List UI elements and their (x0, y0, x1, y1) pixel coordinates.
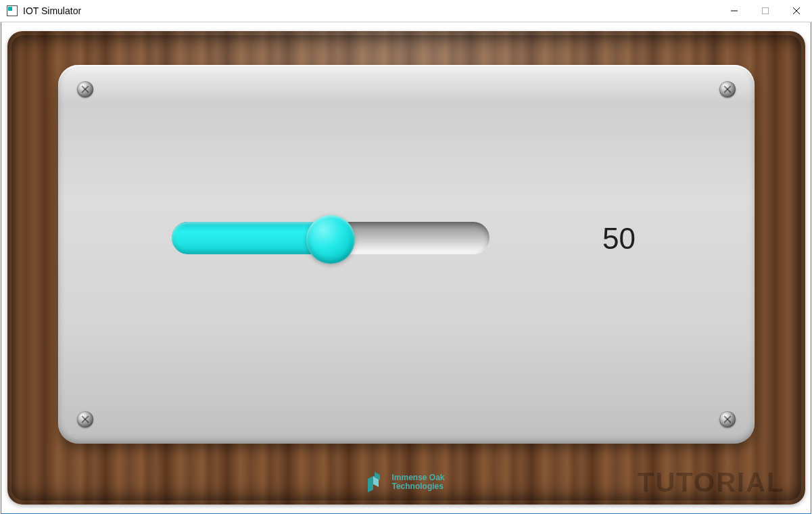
close-icon (793, 7, 800, 14)
screw-icon (77, 81, 93, 97)
client-area: 50 Immense Oak Technologies TUTORIAL (1, 22, 811, 514)
window-titlebar: IOT Simulator (0, 0, 812, 22)
wood-frame: 50 Immense Oak Technologies TUTORIAL (7, 31, 805, 505)
value-slider[interactable] (172, 216, 489, 264)
screw-icon (77, 411, 93, 427)
slider-value-display: 50 (565, 222, 673, 256)
slider-thumb[interactable] (306, 215, 355, 264)
svg-marker-4 (367, 476, 373, 492)
window-title: IOT Simulator (23, 5, 81, 16)
brand-mark-icon (367, 472, 385, 492)
screw-icon (719, 81, 736, 97)
brand-text: Immense Oak Technologies (391, 473, 444, 491)
metal-panel: 50 (58, 65, 755, 444)
tutorial-watermark: TUTORIAL (638, 467, 784, 498)
app-icon (7, 5, 18, 16)
svg-rect-0 (731, 11, 738, 11)
close-button[interactable] (781, 0, 812, 22)
minimize-button[interactable] (719, 0, 750, 22)
screw-icon (719, 411, 736, 427)
brand-line-2: Technologies (391, 482, 444, 491)
svg-rect-1 (763, 8, 769, 14)
brand-logo: Immense Oak Technologies (367, 472, 444, 492)
minimize-icon (731, 7, 738, 14)
maximize-icon (762, 7, 769, 14)
maximize-button (750, 0, 781, 22)
